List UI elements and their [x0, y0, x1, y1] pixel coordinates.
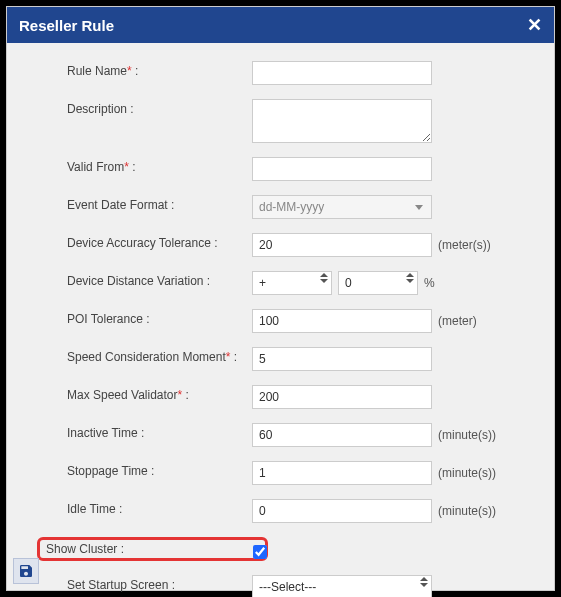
event-date-format-select[interactable]: dd-MM-yyyy [252, 195, 432, 219]
label-description: Description : [67, 99, 252, 116]
required-mark: * [178, 388, 183, 402]
row-startup-screen: Set Startup Screen : [67, 575, 534, 597]
distance-value-spinner[interactable] [338, 271, 418, 295]
row-description: Description : [67, 99, 534, 143]
speed-moment-input[interactable] [252, 347, 432, 371]
unit-percent: % [424, 276, 435, 290]
required-mark: * [226, 350, 231, 364]
label-inactive-time: Inactive Time : [67, 423, 252, 440]
label-show-cluster: Show Cluster : [46, 542, 249, 556]
label-poi-tolerance: POI Tolerance : [67, 309, 252, 326]
row-rule-name: Rule Name* : [67, 61, 534, 85]
stoppage-time-input[interactable] [252, 461, 432, 485]
row-event-date-format: Event Date Format : dd-MM-yyyy [67, 195, 534, 219]
spin-up-icon[interactable] [406, 273, 414, 277]
required-mark: * [124, 160, 129, 174]
label-valid-from: Valid From* : [67, 157, 252, 174]
required-mark: * [127, 64, 132, 78]
row-idle-time: Idle Time : (minute(s)) [67, 499, 534, 523]
chevron-down-icon [415, 205, 423, 210]
reseller-rule-panel: Reseller Rule ✕ Rule Name* : Description… [6, 6, 555, 591]
label-max-speed: Max Speed Validator* : [67, 385, 252, 402]
highlight-box: Show Cluster : [37, 537, 268, 561]
form-body: Rule Name* : Description : Valid From* :… [7, 43, 554, 597]
unit-meter: (meter) [438, 314, 477, 328]
idle-time-input[interactable] [252, 499, 432, 523]
row-show-cluster: Show Cluster : [43, 537, 534, 561]
poi-tolerance-input[interactable] [252, 309, 432, 333]
spin-down-icon[interactable] [420, 583, 428, 587]
row-device-accuracy: Device Accuracy Tolerance : (meter(s)) [67, 233, 534, 257]
panel-title: Reseller Rule [19, 17, 114, 34]
inactive-time-input[interactable] [252, 423, 432, 447]
unit-minutes: (minute(s)) [438, 466, 496, 480]
panel-header: Reseller Rule ✕ [7, 7, 554, 43]
unit-meters: (meter(s)) [438, 238, 491, 252]
device-accuracy-input[interactable] [252, 233, 432, 257]
startup-screen-select[interactable] [252, 575, 432, 597]
label-idle-time: Idle Time : [67, 499, 252, 516]
spin-down-icon[interactable] [406, 279, 414, 283]
label-stoppage-time: Stoppage Time : [67, 461, 252, 478]
row-max-speed: Max Speed Validator* : [67, 385, 534, 409]
unit-minutes: (minute(s)) [438, 428, 496, 442]
row-speed-moment: Speed Consideration Moment* : [67, 347, 534, 371]
row-inactive-time: Inactive Time : (minute(s)) [67, 423, 534, 447]
save-icon [18, 563, 34, 579]
show-cluster-checkbox[interactable] [249, 542, 263, 556]
valid-from-input[interactable] [252, 157, 432, 181]
spin-down-icon[interactable] [320, 279, 328, 283]
startup-screen-input[interactable] [252, 575, 432, 597]
label-speed-moment: Speed Consideration Moment* : [67, 347, 252, 364]
row-device-distance: Device Distance Variation : % [67, 271, 534, 295]
save-button[interactable] [13, 558, 39, 584]
row-valid-from: Valid From* : [67, 157, 534, 181]
label-device-distance: Device Distance Variation : [67, 271, 252, 288]
unit-minutes: (minute(s)) [438, 504, 496, 518]
label-device-accuracy: Device Accuracy Tolerance : [67, 233, 252, 250]
spin-up-icon[interactable] [420, 577, 428, 581]
row-poi-tolerance: POI Tolerance : (meter) [67, 309, 534, 333]
spin-up-icon[interactable] [320, 273, 328, 277]
label-rule-name: Rule Name* : [67, 61, 252, 78]
rule-name-input[interactable] [252, 61, 432, 85]
label-startup-screen: Set Startup Screen : [67, 575, 252, 592]
max-speed-input[interactable] [252, 385, 432, 409]
label-event-date-format: Event Date Format : [67, 195, 252, 212]
distance-op-spinner[interactable] [252, 271, 332, 295]
close-icon[interactable]: ✕ [527, 16, 542, 34]
description-input[interactable] [252, 99, 432, 143]
row-stoppage-time: Stoppage Time : (minute(s)) [67, 461, 534, 485]
panel-footer [7, 552, 45, 590]
